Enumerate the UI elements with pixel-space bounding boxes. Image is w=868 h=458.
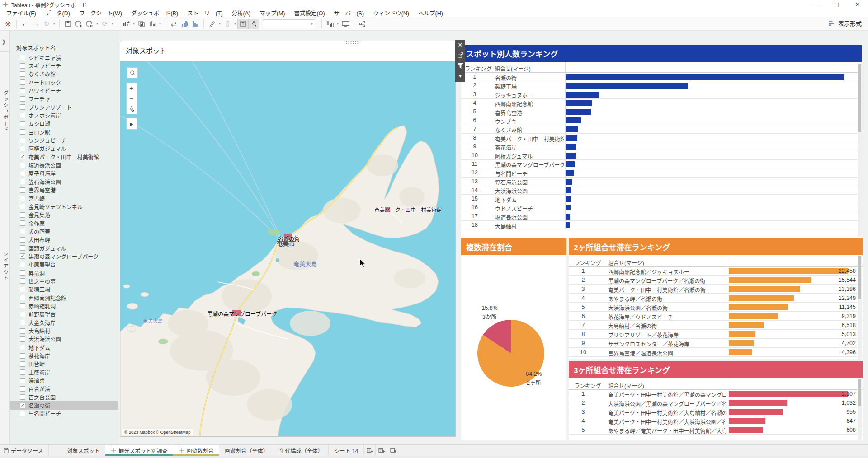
table-row[interactable]: 5大浜海浜公園／名瀬の街11,145 bbox=[569, 303, 863, 312]
zone-more-caret-icon[interactable]: ▾ bbox=[455, 71, 465, 81]
filter-item[interactable]: スギラビーチ bbox=[10, 61, 118, 70]
table-row[interactable]: 7大島紬村／名瀬の街6,518 bbox=[569, 321, 863, 330]
filter-item[interactable]: なくさみ館 bbox=[10, 70, 118, 78]
show-me-button[interactable]: 表示形式 bbox=[829, 19, 862, 28]
table-row[interactable]: 6ウンブキ bbox=[461, 116, 862, 125]
table-row[interactable]: 5喜界島空港 bbox=[461, 107, 862, 116]
menu-item[interactable]: マップ(M) bbox=[255, 9, 289, 17]
sort-ascending-button[interactable] bbox=[179, 19, 190, 29]
table-row[interactable]: 1奄美パーク・田中一村美術館／黒潮の森マングローブ..2,107 bbox=[569, 389, 863, 398]
bar[interactable] bbox=[566, 222, 570, 228]
bar[interactable] bbox=[729, 427, 763, 433]
filter-item[interactable]: 湯湾岳 bbox=[10, 376, 118, 384]
filter-item[interactable]: 金見集落 bbox=[10, 211, 118, 219]
filter-item[interactable]: 製糖工場 bbox=[10, 285, 118, 294]
filter-item[interactable]: 喜界島空港 bbox=[10, 186, 118, 194]
filter-item[interactable]: 前野展望台 bbox=[10, 310, 118, 318]
checkbox[interactable] bbox=[20, 270, 25, 276]
swap-axes-button[interactable]: ⇄ bbox=[168, 19, 179, 29]
table-row[interactable]: 1名瀬の街 bbox=[461, 73, 862, 81]
map-unpin-button[interactable] bbox=[126, 103, 137, 114]
table-row[interactable]: 4あやまる岬／名瀬の街12,249 bbox=[569, 294, 863, 303]
table-row[interactable]: 4奄美パーク・田中一村美術館／大浜海浜公園／名..647 bbox=[569, 416, 863, 425]
cell-size-caret-icon[interactable]: ▾ bbox=[335, 22, 340, 26]
filter-item[interactable]: 犬の門蓋 bbox=[10, 227, 118, 235]
col-ranking[interactable]: ランキング bbox=[574, 259, 601, 266]
filter-item[interactable]: 世之主の墓 bbox=[10, 277, 118, 285]
sort-descending-button[interactable] bbox=[190, 19, 201, 29]
bar[interactable] bbox=[729, 322, 764, 328]
checkbox[interactable] bbox=[20, 345, 25, 350]
sheet-tab[interactable]: 観光スポット別調査 bbox=[105, 445, 173, 456]
bar[interactable] bbox=[729, 418, 765, 424]
filter-item[interactable]: ハワイビーチ bbox=[10, 86, 118, 94]
fit-selector[interactable]: ▾ bbox=[263, 19, 315, 28]
bar[interactable] bbox=[566, 205, 571, 210]
clear-sheet-button[interactable] bbox=[147, 19, 158, 29]
paperclip-caret-icon[interactable]: ▾ bbox=[233, 22, 237, 26]
table-row[interactable]: 7なくさみ館 bbox=[461, 125, 862, 134]
checkbox[interactable] bbox=[20, 353, 25, 359]
filter-item[interactable]: ✓黒潮の森マングローブパーク bbox=[10, 252, 118, 260]
checkbox[interactable]: ✓ bbox=[20, 154, 25, 159]
bar[interactable] bbox=[729, 409, 783, 415]
filter-item[interactable]: 与名間ビーチ bbox=[10, 410, 118, 418]
checkbox[interactable] bbox=[20, 71, 25, 77]
map-zoom-out-button[interactable]: − bbox=[126, 93, 137, 103]
paperclip-icon[interactable] bbox=[222, 19, 233, 29]
new-worksheet-tab-button[interactable] bbox=[364, 445, 376, 456]
rank-people-header[interactable]: スポット別人数ランキング bbox=[461, 45, 862, 62]
filter-item[interactable]: 大島紬村 bbox=[10, 327, 118, 335]
filter-item[interactable]: 屋子母海岸 bbox=[10, 169, 118, 178]
spot-label-naze[interactable]: 名瀬の街 bbox=[278, 235, 300, 243]
table-row[interactable]: 12与名間ビーチ bbox=[461, 168, 862, 177]
checkbox[interactable] bbox=[20, 287, 25, 292]
filter-item[interactable]: 百之台公園 bbox=[10, 393, 118, 401]
bar[interactable] bbox=[566, 135, 577, 141]
menu-item[interactable]: ヘルプ(H) bbox=[414, 9, 448, 17]
checkbox[interactable] bbox=[20, 312, 25, 317]
checkbox[interactable] bbox=[20, 204, 25, 209]
filter-item[interactable]: 赤崎鍾乳洞 bbox=[10, 302, 118, 310]
checkbox[interactable] bbox=[20, 411, 25, 416]
table-row[interactable]: 3ジッキョヌホー bbox=[461, 90, 862, 99]
bar[interactable] bbox=[566, 179, 572, 185]
checkbox[interactable] bbox=[20, 129, 25, 135]
bar[interactable] bbox=[566, 144, 576, 150]
filter-item[interactable]: 笠石海浜公園 bbox=[10, 178, 118, 186]
filter-item[interactable]: 昇竜洞 bbox=[10, 269, 118, 277]
col-ranking[interactable]: ランキング bbox=[465, 65, 492, 72]
menu-item[interactable]: データ(D) bbox=[41, 9, 75, 17]
bar[interactable] bbox=[566, 161, 575, 167]
table-row[interactable]: 4西郷南洲記念館 bbox=[461, 99, 862, 107]
checkbox[interactable] bbox=[20, 328, 25, 334]
bar[interactable] bbox=[729, 295, 794, 301]
menu-item[interactable]: ワークシート(W) bbox=[75, 9, 127, 17]
bar[interactable] bbox=[566, 196, 571, 202]
menu-item[interactable]: ストーリー(T) bbox=[183, 9, 227, 17]
undo-button[interactable]: ← bbox=[19, 19, 30, 29]
col-ranking[interactable]: ランキング bbox=[574, 382, 601, 389]
table-row[interactable]: 9茶花海岸 bbox=[461, 142, 862, 151]
filter-item[interactable]: 阿権ガジュマル bbox=[10, 145, 118, 153]
bar[interactable] bbox=[729, 340, 754, 346]
rank-people-scrollbar[interactable] bbox=[858, 63, 862, 237]
bar[interactable] bbox=[566, 126, 578, 132]
checkbox[interactable] bbox=[20, 212, 25, 218]
filter-item[interactable]: 宮古崎 bbox=[10, 194, 118, 202]
bar[interactable] bbox=[566, 74, 844, 80]
filter-item[interactable]: 大浜海浜公園 bbox=[10, 335, 118, 343]
refresh-button[interactable]: ⟳ bbox=[99, 19, 110, 29]
map-search-button[interactable] bbox=[127, 67, 138, 78]
bar[interactable] bbox=[729, 304, 788, 310]
filter-item[interactable]: 国頭ガジュマル bbox=[10, 244, 118, 252]
col-combination[interactable]: 組合せ(マージ) bbox=[495, 65, 531, 72]
filter-item[interactable]: 百合が浜 bbox=[10, 385, 118, 393]
checkbox[interactable] bbox=[20, 378, 25, 383]
bar[interactable] bbox=[566, 92, 599, 98]
multi-stay-header[interactable]: 複数滞在割合 bbox=[461, 238, 566, 255]
checkbox[interactable]: ✓ bbox=[20, 253, 25, 259]
new-worksheet-caret-icon[interactable]: ▾ bbox=[132, 22, 136, 26]
new-story-tab-button[interactable] bbox=[387, 445, 399, 456]
save-button[interactable] bbox=[62, 19, 73, 29]
